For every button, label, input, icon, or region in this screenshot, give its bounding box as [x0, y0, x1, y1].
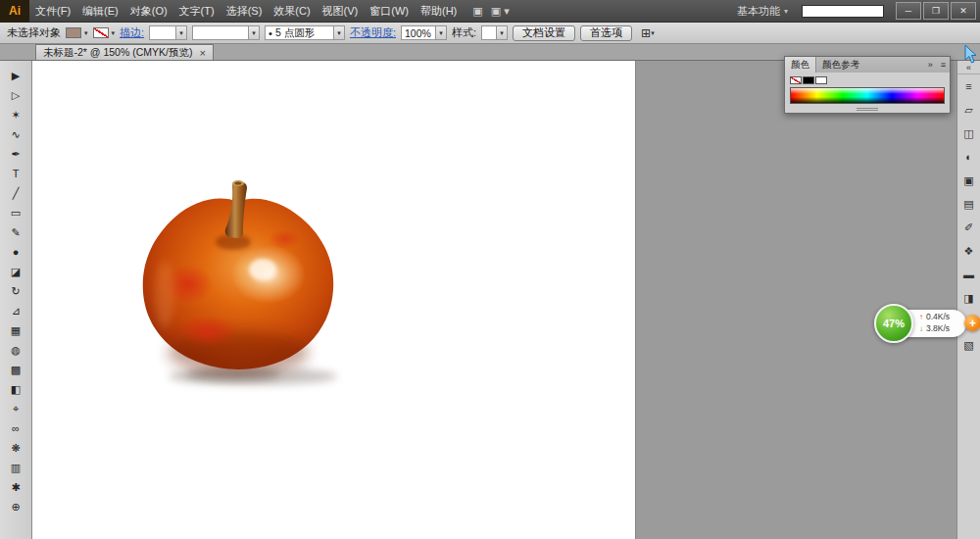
apple-rim-light [155, 261, 174, 327]
mouse-cursor-icon [964, 45, 978, 65]
shape-builder-tool-icon[interactable]: ◍ [3, 340, 28, 360]
menu-item[interactable]: 帮助(H) [415, 0, 463, 23]
magic-wand-tool-icon[interactable]: ✶ [3, 105, 28, 124]
zoom-tool-icon[interactable]: ⊕ [3, 497, 28, 516]
document-setup-button[interactable]: 文档设置 [513, 25, 575, 41]
chevron-down-icon[interactable]: ▾ [175, 26, 186, 39]
rotate-tool-icon[interactable]: ↻ [3, 281, 28, 301]
chevron-down-icon: ▾ [784, 7, 788, 16]
eraser-tool-icon[interactable]: ◪ [3, 262, 28, 281]
chevron-down-icon[interactable]: ▾ [435, 26, 446, 39]
mesh-tool-icon[interactable]: ▩ [3, 360, 28, 379]
opacity-link[interactable]: 不透明度: [350, 25, 396, 40]
selection-status: 未选择对象 [7, 25, 61, 40]
memory-percent: 47% [883, 318, 905, 329]
menu-item[interactable]: 对象(O) [124, 0, 173, 23]
apple-artwork[interactable] [137, 176, 343, 392]
menu-item[interactable]: 效果(C) [268, 0, 316, 23]
color-spectrum-bar[interactable] [790, 87, 945, 104]
stroke-width-select[interactable]: ▾ [149, 25, 187, 40]
line-segment-tool-icon[interactable]: ╱ [3, 183, 28, 203]
chevron-down-icon[interactable]: ▾ [248, 26, 259, 39]
transform-panel-icon[interactable]: ▱ [957, 98, 980, 122]
chevron-down-icon[interactable]: ▾ [84, 29, 88, 37]
minimize-button[interactable]: ─ [896, 2, 921, 20]
chevron-down-icon[interactable]: ▾ [333, 26, 344, 39]
opacity-select[interactable]: 100% ▾ [401, 25, 447, 40]
window-controls: ─❐✕ [894, 2, 976, 20]
type-tool-icon[interactable]: T [3, 164, 28, 183]
speed-ball-widget: ↑ 0.4K/s ↓ 3.8K/s 47% + [874, 302, 980, 347]
titlebar: Ai 文件(F)编辑(E)对象(O)文字(T)选择(S)效果(C)视图(V)窗口… [0, 0, 980, 23]
width-profile-select[interactable]: ▾ [192, 25, 260, 40]
pathfinder-panel-icon[interactable]: ◫ [957, 122, 980, 145]
menu-item[interactable]: 视图(V) [317, 0, 365, 23]
menu-item[interactable]: 窗口(W) [364, 0, 415, 23]
appearance-panel-icon[interactable]: ◐ [957, 145, 980, 169]
arrange-documents-icon[interactable]: ▣ [472, 5, 482, 18]
blob-brush-tool-icon[interactable]: ● [3, 242, 28, 262]
menu-item[interactable]: 文件(F) [29, 0, 76, 23]
chevron-down-icon[interactable]: ▾ [112, 29, 116, 37]
symbols-panel-icon[interactable]: ❖ [957, 239, 980, 263]
none-swatch[interactable] [790, 76, 802, 84]
symbol-sprayer-tool-icon[interactable]: ❋ [3, 438, 28, 458]
info-panel-icon[interactable]: ≡ [957, 74, 980, 98]
stroke-color-swatch[interactable] [93, 27, 109, 38]
menu-item[interactable]: 编辑(E) [76, 0, 124, 23]
close-button[interactable]: ✕ [951, 2, 976, 20]
hand-tool-icon[interactable]: ✱ [3, 477, 28, 497]
tab-color[interactable]: 颜色 [785, 57, 816, 73]
memory-ball[interactable]: 47% [874, 304, 913, 343]
style-label: 样式: [452, 25, 476, 40]
rectangle-tool-icon[interactable]: ▭ [3, 203, 28, 222]
direct-selection-tool-icon[interactable]: ▷ [3, 85, 28, 105]
graphic-styles-panel-icon[interactable]: ▣ [957, 169, 980, 192]
blend-tool-icon[interactable]: ∞ [3, 418, 28, 438]
style-select[interactable]: ▾ [481, 25, 508, 40]
brush-preview-icon: • [266, 27, 272, 39]
document-layout-icon[interactable]: ▣ ▾ [491, 5, 510, 18]
chevron-down-icon[interactable]: ▾ [496, 26, 507, 39]
fill-color-swatch[interactable] [66, 27, 81, 38]
stroke-panel-icon[interactable]: ▬ [957, 263, 980, 286]
brush-definition-select[interactable]: • 5 点圆形 ▾ [265, 25, 345, 40]
selection-tool-icon[interactable]: ▶ [3, 66, 28, 85]
menu-item[interactable]: 选择(S) [220, 0, 269, 23]
add-button[interactable]: + [964, 315, 980, 331]
chevron-down-icon: ▾ [651, 29, 655, 37]
scale-tool-icon[interactable]: ⊿ [3, 301, 28, 320]
grip-icon [857, 108, 878, 111]
close-icon[interactable]: × [199, 47, 205, 59]
swatches-panel-icon[interactable]: ▤ [957, 192, 980, 216]
paintbrush-tool-icon[interactable]: ✎ [3, 222, 28, 242]
brushes-panel-icon[interactable]: ✐ [957, 216, 980, 239]
panel-menu-icon[interactable]: ≡ [937, 60, 950, 70]
black-swatch[interactable] [803, 76, 814, 84]
upload-row: ↑ 0.4K/s [919, 312, 950, 322]
pasteboard[interactable] [32, 61, 956, 539]
column-graph-tool-icon[interactable]: ▥ [3, 458, 28, 477]
document-tab[interactable]: 未标题-2* @ 150% (CMYK/预览) × [35, 44, 214, 60]
opacity-value: 100% [402, 27, 435, 39]
preferences-button[interactable]: 首选项 [580, 25, 632, 41]
workspace-switcher[interactable]: 基本功能 ▾ [737, 4, 788, 19]
search-input[interactable] [802, 5, 884, 18]
download-speed: 3.8K/s [926, 323, 950, 334]
gradient-tool-icon[interactable]: ◧ [3, 379, 28, 399]
plus-icon: + [969, 317, 976, 330]
pen-tool-icon[interactable]: ✒ [3, 144, 28, 164]
stroke-link[interactable]: 描边: [120, 25, 144, 40]
eyedropper-tool-icon[interactable]: ⌖ [3, 399, 28, 418]
free-transform-tool-icon[interactable]: ▦ [3, 320, 28, 340]
panel-resize-handle[interactable] [785, 106, 950, 113]
restore-button[interactable]: ❐ [923, 2, 949, 20]
collapse-panel-icon[interactable]: » [924, 60, 937, 70]
lasso-tool-icon[interactable]: ∿ [3, 124, 28, 144]
tools-panel: ▶ ▷ ✶ ∿ ✒ T ╱ [0, 61, 32, 539]
menu-item[interactable]: 文字(T) [173, 0, 220, 23]
align-panel-icon[interactable]: ⊞ ▾ [641, 26, 655, 40]
tab-color-guide[interactable]: 颜色参考 [816, 57, 865, 73]
white-swatch[interactable] [815, 76, 827, 84]
document-tab-title: 未标题-2* @ 150% (CMYK/预览) [43, 46, 192, 60]
